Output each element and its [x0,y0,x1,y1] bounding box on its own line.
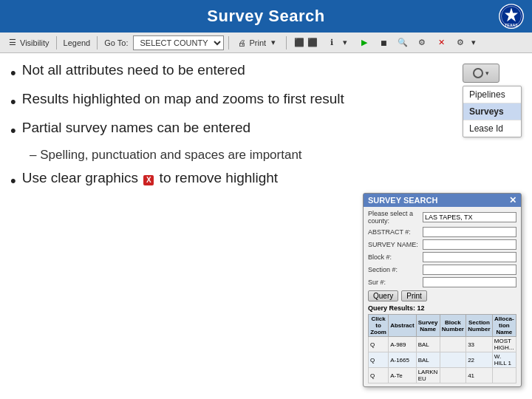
stop-icon: ⏹ [378,37,389,49]
search-icon-toolbar: 🔍 [397,37,409,49]
toolbar-divider-2 [97,36,98,50]
toolbar-goto: Go To: [102,38,130,48]
print-icon: 🖨 [236,37,248,49]
dialog-query-button[interactable]: Query [368,290,398,301]
dialog-body: Please select a county: ABSTRACT #: SURV… [364,207,521,386]
print-label: Print [249,38,266,47]
cell-abstract-2: A-1665 [389,352,416,368]
col-block: Block Number [440,315,466,337]
cell-section-2: 22 [466,352,493,368]
toolbar-stop[interactable]: ⏹ [375,36,392,50]
toolbar-divider-1 [56,36,57,50]
cell-survey-2: BAL [416,352,440,368]
dialog-section-row: Section #: [368,265,516,275]
cell-alloca-3 [492,368,516,383]
dialog-sur-label: Sur #: [368,279,420,286]
dialog-abstract-row: ABSTRACT #: [368,227,516,237]
col-section: Section Number [466,315,493,337]
bullet-item-3: • Partial survey names can be entered [10,118,452,143]
play-icon: ▶ [358,37,370,49]
toolbar-gear[interactable]: ⚙ [414,36,430,50]
cell-block-1 [440,337,466,352]
cell-section-3: 41 [466,368,493,383]
cell-survey-3: LARKN EU [416,368,440,383]
county-select[interactable]: SELECT COUNTY [133,35,224,50]
last-bullet-text: Use clear graphics X to remove highlight [22,168,278,188]
cell-survey-1: BAL [416,337,440,352]
col-alloca: Alloca-tion Name [492,315,516,337]
remove-highlight-icon[interactable]: X [143,175,154,185]
settings2-icon: ⚙ [454,37,466,49]
table-row: Q A-Te LARKN EU 41 [369,368,516,383]
cell-q-3[interactable]: Q [369,368,389,383]
gear-icon: ⚙ [416,37,428,49]
dialog-sur-input[interactable] [423,277,516,287]
col-click-zoom: Click to Zoom [369,315,389,337]
cell-block-2 [440,352,466,368]
cell-abstract-1: A-989 [389,337,416,352]
dialog-buttons: Query Print [368,290,516,301]
cell-block-3 [440,368,466,383]
dialog-title-bar: SURVEY SEARCH ✕ [364,194,521,207]
bullet-text-3: Partial survey names can be entered [22,118,250,138]
dialog-surveyname-input[interactable] [423,239,516,250]
dialog-surveyname-row: SURVEY NAME: [368,239,516,250]
dialog-abstract-label: ABSTRACT #: [368,228,420,236]
table-row: Q A-1665 BAL 22 W. HILL 1 [369,352,516,368]
bullet-item-2: • Results highlighted on map and zooms t… [10,89,452,114]
toolbar-search-toolbar[interactable]: 🔍 [395,36,411,50]
dialog-title: SURVEY SEARCH [368,196,437,205]
dialog-print-button[interactable]: Print [401,290,427,301]
dialog-close-button[interactable]: ✕ [509,195,516,205]
texas-logo: TEXAS [498,3,525,30]
settings2-arrow-icon: ▾ [468,37,480,49]
dialog-county-input[interactable] [423,212,516,222]
dropdown-item-pipelines[interactable]: Pipelines [463,86,521,103]
toolbar: ☰ Visibility Legend Go To: SELECT COUNTY… [0,33,532,53]
dialog-county-label: Please select a county: [368,210,420,225]
results-table: Click to Zoom Abstract Survey Name Block… [368,314,516,383]
dialog-county-row: Please select a county: [368,210,516,225]
toolbar-legend[interactable]: Legend [61,38,93,48]
toolbar-nav-icons[interactable]: ⬛ ⬛ [291,36,321,50]
dialog-surveyname-label: SURVEY NAME: [368,241,420,248]
dropdown-menu: Pipelines Surveys Lease Id [463,86,522,137]
cell-alloca-1: MOST HIGH... [492,337,516,352]
toolbar-info[interactable]: ℹ ▾ [324,36,353,50]
toolbar-divider-4 [286,36,287,50]
bullet-dot-2: • [10,91,16,114]
results-label: Query Results: 12 [368,304,516,312]
bullet-text-2: Results highlighted on map and zooms to … [22,89,344,109]
toolbar-settings2[interactable]: ⚙ ▾ [452,36,482,50]
last-bullet-suffix: to remove highlight [160,170,279,185]
search-circle-icon [473,68,483,78]
cell-q-2[interactable]: Q [369,352,389,368]
dialog-block-input[interactable] [423,252,516,262]
sub-list: Spelling, punctuation and spaces are imp… [24,146,452,164]
visibility-label: Visibility [20,38,50,47]
dropdown-item-surveys[interactable]: Surveys [463,103,521,120]
toolbar-play[interactable]: ▶ [356,36,372,50]
dropdown-item-leaseid[interactable]: Lease Id [463,120,521,137]
toolbar-visibility[interactable]: ☰ Visibility [4,36,52,50]
bullet-dot-1: • [10,62,16,85]
goto-label: Go To: [104,38,128,47]
toolbar-print[interactable]: 🖨 Print ▾ [233,36,282,50]
bullet-text-1: Not all attributes need to be entered [22,61,245,81]
dialog-block-label: Block #: [368,253,420,261]
dialog-sur-row: Sur #: [368,277,516,287]
col-abstract: Abstract [389,315,416,337]
cell-q-1[interactable]: Q [369,337,389,352]
toolbar-close-red[interactable]: ✕ [433,36,449,50]
bullet-item-4: • Use clear graphics X to remove highlig… [10,168,452,193]
search-dropdown-button[interactable]: ▾ [463,64,499,83]
dialog-section-input[interactable] [423,265,516,275]
dialog-abstract-input[interactable] [423,227,516,237]
legend-label: Legend [64,38,91,47]
header: Survey Search TEXAS [0,0,532,33]
svg-text:TEXAS: TEXAS [505,23,518,27]
survey-search-dialog: SURVEY SEARCH ✕ Please select a county: … [363,193,522,387]
table-header-row: Click to Zoom Abstract Survey Name Block… [369,315,516,337]
arrows-icon: ⬛ [293,37,305,49]
move-icon: ⬛ [307,37,318,49]
